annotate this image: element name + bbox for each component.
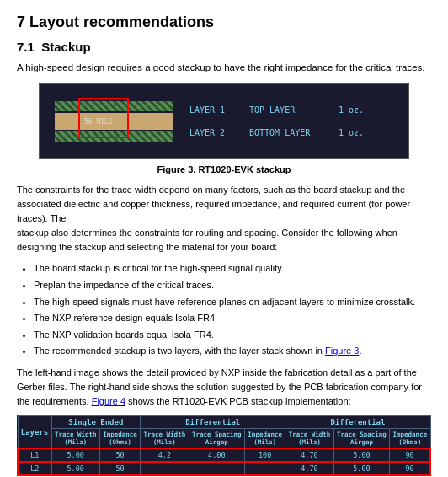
- section-heading: 7 Layout recommendations: [17, 13, 431, 31]
- differential1-header: Differential: [141, 416, 285, 429]
- layer2-name: LAYER 2: [189, 128, 236, 137]
- l2-se-tw: 5.00: [51, 462, 99, 475]
- l1-layer: L1: [18, 448, 51, 462]
- l1-d2-ts: 5.00: [333, 448, 390, 462]
- l1-se-tw: 5.00: [51, 448, 99, 462]
- d2-imp-header: Impedance(Ohms): [390, 429, 430, 449]
- d1-imp-header: Impedance(Mils): [245, 429, 285, 449]
- table-row-l1: L1 5.00 50 4.2 4.00 100 4.70 5.00 90: [18, 448, 430, 462]
- bullet-item-1: The board stackup is critical for the hi…: [34, 261, 431, 276]
- layer1-line: LAYER 1 TOP LAYER 1 oz.: [189, 105, 408, 115]
- l2-d1-tw: [141, 462, 189, 475]
- l2-d2-tw: 4.70: [285, 462, 333, 475]
- l2-d2-ts: 5.00: [333, 462, 390, 475]
- se-imp-header: Impedance(Ohms): [99, 429, 140, 449]
- stackup-table: Layers Single Ended Differential Differe…: [17, 415, 431, 476]
- layer2-oz: 1 oz.: [339, 128, 364, 137]
- se-tw-header: Trace Width(Mils): [51, 429, 99, 449]
- l1-d1-ts: 4.00: [189, 448, 245, 462]
- bullet-item-5: The NXP validation boards equal Isola FR…: [34, 328, 431, 343]
- l2-se-imp: 50: [99, 462, 140, 475]
- l1-se-imp: 50: [99, 448, 140, 462]
- mils-label: 56 MILS: [84, 118, 113, 126]
- l1-d1-tw: 4.2: [141, 448, 189, 462]
- layer1-oz: 1 oz.: [339, 105, 364, 115]
- figure3-caption: Figure 3. RT1020-EVK stackup: [17, 164, 431, 174]
- layer1-name: LAYER 1: [189, 105, 236, 115]
- bullet-item-2: Preplan the impedance of the critical tr…: [34, 278, 431, 293]
- table-row-l2: L2 5.00 50 4.70 5.00 90: [18, 462, 430, 475]
- body-paragraph2: The left-hand image shows the detail pro…: [17, 366, 431, 409]
- l2-d1-ts: [189, 462, 245, 475]
- l1-d2-imp: 90: [390, 448, 430, 462]
- l2-d1-imp: [245, 462, 285, 475]
- layer2-line: LAYER 2 BOTTOM LAYER 1 oz.: [189, 128, 408, 137]
- l2-d2-imp: 90: [390, 462, 430, 475]
- d1-tw-header: Trace Width(Mils): [141, 429, 189, 449]
- d2-tw-header: Trace Width(Mils): [285, 429, 333, 449]
- differential2-header: Differential: [285, 416, 430, 429]
- d2-ts-header: Trace SpacingAirgap: [333, 429, 390, 449]
- bullet-item-6: The recommended stackup is two layers, w…: [34, 344, 431, 359]
- layers-header: Layers: [18, 416, 51, 449]
- body-paragraph1: The constraints for the trace width depe…: [17, 183, 431, 255]
- stackup-table-wrapper: Layers Single Ended Differential Differe…: [17, 415, 431, 476]
- figure3-link[interactable]: Figure 3: [325, 346, 359, 356]
- bullet-item-3: The high-speed signals must have referen…: [34, 295, 431, 310]
- bullet-item-4: The NXP reference design equals Isola FR…: [34, 311, 431, 326]
- l2-layer: L2: [18, 462, 51, 475]
- single-ended-header: Single Ended: [51, 416, 141, 429]
- stackup-diagram: 56 MILS LAYER 1 TOP LAYER 1 oz. LAYER 2 …: [39, 83, 409, 159]
- stackup-text-right: LAYER 1 TOP LAYER 1 oz. LAYER 2 BOTTOM L…: [173, 105, 408, 137]
- figure4-link[interactable]: Figure 4: [92, 396, 125, 406]
- l1-d1-imp: 100: [245, 448, 285, 462]
- intro-paragraph: A high-speed design requires a good stac…: [17, 61, 431, 75]
- subsection-heading: 7.1 Stackup: [17, 40, 431, 54]
- layer1-desc: TOP LAYER: [249, 105, 325, 115]
- d1-ts-header: Trace SpacingAirgap: [189, 429, 245, 449]
- stackup-layers-visual: 56 MILS: [55, 91, 173, 152]
- layer2-desc: BOTTOM LAYER: [249, 128, 325, 137]
- l1-d2-tw: 4.70: [285, 448, 333, 462]
- bullet-list: The board stackup is critical for the hi…: [34, 261, 431, 359]
